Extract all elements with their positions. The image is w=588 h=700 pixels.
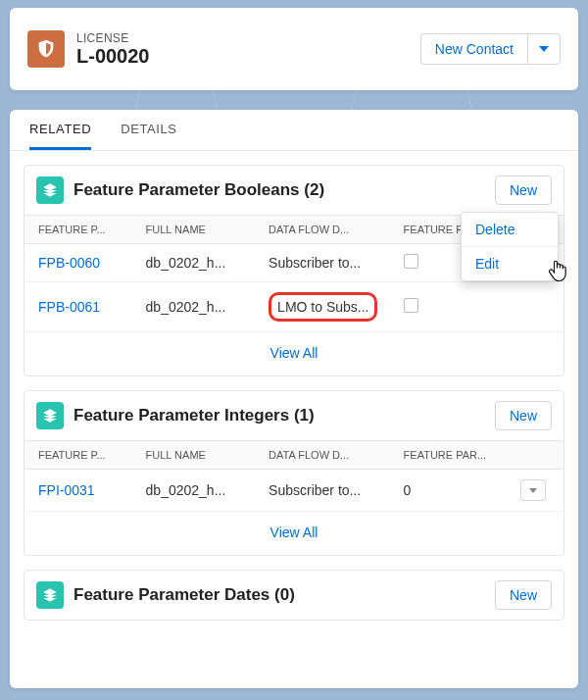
- section-custom-object-icon: [36, 402, 64, 429]
- section-title: Feature Parameter Dates (0): [74, 585, 295, 605]
- new-contact-button[interactable]: New Contact: [420, 33, 527, 65]
- col-actions: [511, 441, 564, 470]
- record-header-text: LICENSE L-00020: [76, 31, 150, 68]
- cell-data-flow: LMO to Subs...: [259, 282, 394, 332]
- record-header-left: LICENSE L-00020: [27, 30, 150, 68]
- section-header: Feature Parameter Booleans (2) New: [24, 166, 564, 215]
- highlighted-value: LMO to Subs...: [269, 292, 377, 322]
- record-link[interactable]: FPB-0060: [24, 244, 136, 282]
- section-title: Feature Parameter Booleans (2): [74, 180, 324, 200]
- view-all-link[interactable]: View All: [270, 525, 318, 540]
- col-full-name[interactable]: FULL NAME: [136, 216, 260, 244]
- section-feature-parameter-integers: Feature Parameter Integers (1) New FEATU…: [24, 390, 564, 556]
- table-row: FPB-0061 db_0202_h... LMO to Subs...: [24, 282, 564, 332]
- new-button[interactable]: New: [495, 175, 552, 205]
- section-header: Feature Parameter Integers (1) New: [24, 391, 564, 440]
- popover-delete[interactable]: Delete: [462, 213, 558, 247]
- col-full-name[interactable]: FULL NAME: [136, 441, 260, 470]
- section-title: Feature Parameter Integers (1): [74, 406, 315, 425]
- record-type-label: LICENSE: [76, 31, 150, 45]
- record-tabs: RELATED DETAILS: [10, 110, 578, 151]
- cell-full-name: db_0202_h...: [136, 470, 260, 512]
- tab-details[interactable]: DETAILS: [121, 110, 176, 150]
- cell-data-flow: Subscriber to...: [259, 244, 394, 282]
- cell-feature-par: [394, 282, 512, 332]
- col-feature-p[interactable]: FEATURE P...: [24, 216, 136, 244]
- section-custom-object-icon: [36, 176, 64, 204]
- chevron-down-icon: [529, 488, 537, 493]
- col-data-flow[interactable]: DATA FLOW D...: [259, 441, 394, 470]
- new-button[interactable]: New: [495, 580, 552, 610]
- record-link[interactable]: FPB-0061: [24, 282, 136, 332]
- table-row: FPI-0031 db_0202_h... Subscriber to... 0: [24, 470, 564, 512]
- col-feature-par[interactable]: FEATURE PAR...: [394, 441, 512, 470]
- record-title: L-00020: [76, 45, 150, 68]
- record-header-card: LICENSE L-00020 New Contact: [10, 8, 578, 90]
- cell-data-flow: Subscriber to...: [259, 470, 394, 512]
- license-object-icon: [27, 30, 65, 68]
- section-header-left: Feature Parameter Dates (0): [36, 581, 295, 609]
- col-feature-p[interactable]: FEATURE P...: [24, 441, 136, 470]
- view-all-container: View All: [24, 512, 564, 555]
- section-header-left: Feature Parameter Integers (1): [36, 402, 315, 429]
- cell-actions: [511, 282, 564, 332]
- record-link[interactable]: FPI-0031: [24, 470, 136, 512]
- section-feature-parameter-dates: Feature Parameter Dates (0) New: [24, 570, 564, 621]
- row-actions-button[interactable]: [520, 479, 546, 501]
- section-header: Feature Parameter Dates (0) New: [24, 571, 564, 620]
- checkbox-unchecked[interactable]: [404, 298, 418, 313]
- record-header-actions: New Contact: [420, 33, 561, 65]
- new-button[interactable]: New: [495, 401, 552, 430]
- cell-full-name: db_0202_h...: [136, 282, 260, 332]
- view-all-link[interactable]: View All: [270, 345, 318, 361]
- cell-data-flow-text: LMO to Subs...: [277, 299, 368, 315]
- view-all-container: View All: [24, 332, 564, 375]
- checkbox-unchecked[interactable]: [404, 254, 418, 269]
- new-contact-dropdown-button[interactable]: [527, 33, 561, 65]
- cell-actions: [511, 470, 564, 512]
- cell-full-name: db_0202_h...: [136, 244, 260, 282]
- section-header-left: Feature Parameter Booleans (2): [36, 176, 324, 204]
- section-custom-object-icon: [36, 581, 64, 609]
- integers-table: FEATURE P... FULL NAME DATA FLOW D... FE…: [24, 440, 564, 512]
- col-data-flow[interactable]: DATA FLOW D...: [259, 216, 394, 244]
- content-card: RELATED DETAILS Feature Parameter Boolea…: [10, 110, 578, 688]
- tab-related[interactable]: RELATED: [29, 110, 91, 150]
- table-header-row: FEATURE P... FULL NAME DATA FLOW D... FE…: [24, 441, 564, 470]
- cursor-hand-icon: [544, 257, 571, 288]
- chevron-down-icon: [539, 46, 549, 52]
- cell-feature-par: 0: [394, 470, 512, 512]
